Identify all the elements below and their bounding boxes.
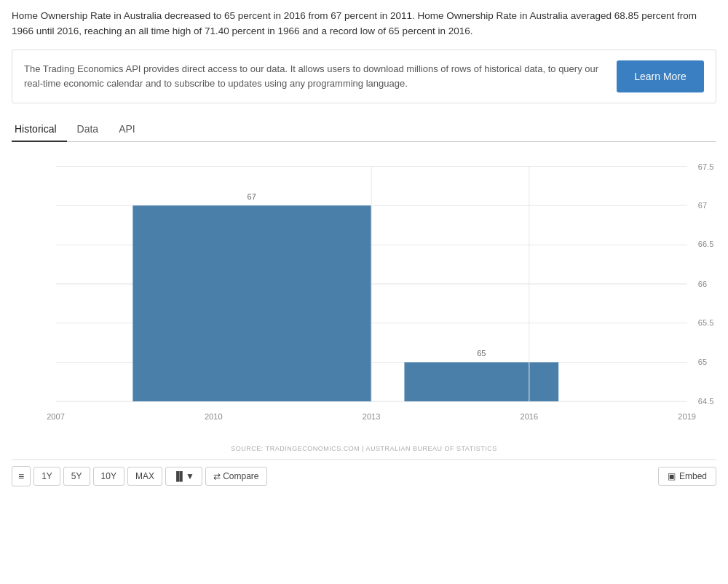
toolbar-left: ≡ 1Y 5Y 10Y MAX ▐▌▼ ⇄ Compare <box>12 466 267 486</box>
bar-2016 <box>404 362 558 401</box>
description-text: Home Ownership Rate in Australia decreas… <box>12 9 716 39</box>
compare-button[interactable]: ⇄ Compare <box>205 467 267 486</box>
toolbar-row: ≡ 1Y 5Y 10Y MAX ▐▌▼ ⇄ Compare ▣ Embed <box>12 459 716 486</box>
chart-container: 67.5 67 66.5 66 65.5 65 64.5 2007 2010 2… <box>12 149 716 441</box>
tab-data[interactable]: Data <box>74 117 109 142</box>
5y-button[interactable]: 5Y <box>63 467 90 486</box>
1y-button[interactable]: 1Y <box>33 467 60 486</box>
embed-icon: ▣ <box>668 471 676 481</box>
learn-more-button[interactable]: Learn More <box>617 60 704 92</box>
bar-label-2010: 67 <box>248 192 256 201</box>
x-axis-label: 2016 <box>521 412 539 421</box>
y-axis-label: 66.5 <box>698 240 714 248</box>
toolbar-right: ▣ Embed <box>658 467 716 486</box>
tabs-row: Historical Data API <box>12 117 716 142</box>
10y-button[interactable]: 10Y <box>93 467 124 486</box>
bar-2010 <box>132 205 371 401</box>
x-axis-label: 2013 <box>363 412 381 421</box>
y-axis-label: 65.5 <box>698 318 714 327</box>
x-axis-label: 2010 <box>205 412 223 421</box>
tab-api[interactable]: API <box>116 117 146 142</box>
chart-type-button[interactable]: ▐▌▼ <box>165 467 202 486</box>
x-axis-label: 2007 <box>47 412 65 421</box>
menu-icon-button[interactable]: ≡ <box>12 466 31 486</box>
tab-historical[interactable]: Historical <box>12 117 67 142</box>
x-axis-label: 2019 <box>678 412 696 421</box>
y-axis-label: 67.5 <box>698 162 714 170</box>
api-banner: The Trading Economics API provides direc… <box>12 50 716 103</box>
bar-label-2016: 65 <box>477 349 486 358</box>
embed-label: Embed <box>679 471 707 481</box>
api-banner-text: The Trading Economics API provides direc… <box>24 62 602 90</box>
y-axis-label: 66 <box>698 280 707 288</box>
y-axis-label: 65 <box>698 358 707 366</box>
y-axis-label: 64.5 <box>698 397 714 406</box>
source-text: SOURCE: TRADINGECONOMICS.COM | AUSTRALIA… <box>12 445 716 452</box>
max-button[interactable]: MAX <box>127 467 162 486</box>
bar-chart: 67.5 67 66.5 66 65.5 65 64.5 2007 2010 2… <box>12 149 716 441</box>
embed-button[interactable]: ▣ Embed <box>658 467 716 486</box>
y-axis-label: 67 <box>698 201 707 210</box>
